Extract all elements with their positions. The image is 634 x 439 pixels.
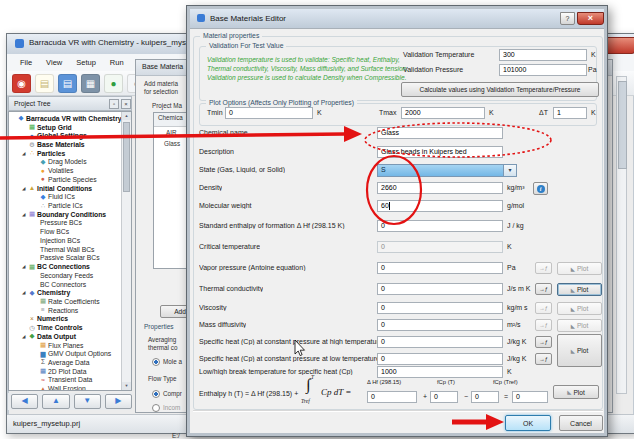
radio-compressible[interactable]: Compr (152, 390, 182, 398)
power-button[interactable]: ◉ (12, 74, 31, 93)
menu-run[interactable]: Run (103, 56, 131, 69)
tree-item-initial-conditions[interactable]: ◢▲Initial Conditions (9, 184, 122, 193)
tree-item-barracuda-root[interactable]: ◆Barracuda VR with Chemistry (9, 114, 122, 123)
nav-down-button[interactable]: ▼ (74, 394, 101, 409)
state-select[interactable]: S▾ (377, 164, 517, 177)
panel-close-button[interactable]: × (121, 99, 131, 109)
tree-item-chemistry[interactable]: ◢◆Chemistry (9, 288, 122, 297)
enthalpy-result-field[interactable]: 0 (512, 391, 548, 403)
tree-item-particle-ics[interactable]: ∴Particle ICs (9, 201, 122, 210)
barracuda-tool-button[interactable]: ● (104, 74, 123, 93)
new-file-button[interactable]: ▤ (35, 74, 54, 93)
numerics-icon: × (28, 315, 36, 323)
tree-item-label: Average Data (47, 359, 89, 366)
mass-diffusivity-input[interactable]: 0 (377, 319, 503, 331)
tree-item-thermal-wall-bcs[interactable]: Thermal Wall BCs (9, 245, 122, 254)
std-enthalpy-unit: J / kg (507, 222, 524, 229)
material-row-air[interactable]: AIR (166, 129, 177, 136)
tree-item-label: Global Settings (36, 132, 87, 139)
enthalpy-fcp-tref-field[interactable]: 0 (471, 391, 499, 403)
chemical-name-input[interactable]: Glass (377, 127, 503, 139)
menu-file[interactable]: File (13, 56, 39, 69)
barracuda-icon: ◆ (17, 114, 25, 122)
tree-item-reactions[interactable]: ≡Reactions (9, 306, 122, 315)
cp-break-input[interactable]: 1000 (377, 366, 503, 378)
panel-float-button[interactable]: ▫ (109, 99, 119, 109)
tree-item-particles[interactable]: ◢∴Particles (9, 149, 122, 158)
thermal-conductivity-function-editor-button[interactable]: →ƒ (535, 283, 552, 295)
tree-item-injection-bcs[interactable]: Injection BCs (9, 236, 122, 245)
material-row-glass[interactable]: Glass (164, 140, 180, 147)
tree-item-transient-data[interactable]: ≈Transient Data (9, 376, 122, 385)
cp-high-input[interactable]: 0 (377, 336, 503, 348)
tree-item-wall-erosion[interactable]: ▲Wall Erosion (9, 384, 122, 391)
cancel-button[interactable]: Cancel (559, 415, 603, 431)
tree-item-2d-plot-data[interactable]: ▦2D Plot Data (9, 367, 122, 376)
tree-item-boundary-conditions[interactable]: ◢▦Boundary Conditions (9, 210, 122, 219)
tree-item-pressure-bcs[interactable]: Pressure BCs (9, 219, 122, 228)
vapor-pressure-input[interactable]: 0 (377, 262, 503, 274)
cp-low-function-editor-button[interactable]: →ƒ (535, 353, 552, 365)
scroll-down-icon[interactable]: ▼ (122, 382, 131, 390)
tree-item-flow-bcs[interactable]: Flow BCs (9, 227, 122, 236)
menu-view[interactable]: View (39, 56, 69, 69)
description-input[interactable]: Glass beads in Kuipers bed (377, 146, 503, 158)
density-info-button[interactable]: i (533, 182, 548, 195)
enthalpy-fcp-t-field[interactable]: 0 (430, 391, 458, 403)
enthalpy-plot-button[interactable]: ◣Plot (553, 385, 599, 399)
nav-up-button[interactable]: ▲ (42, 394, 69, 409)
tree-scrollbar-thumb[interactable] (123, 122, 130, 192)
info-icon: i (537, 185, 545, 193)
radio-incompressible[interactable]: Incom (152, 404, 180, 412)
particle-ics-icon: ∴ (39, 202, 47, 210)
tree-item-fluid-ics[interactable]: ◆Fluid ICs (9, 192, 122, 201)
open-folder-button[interactable]: ▤ (58, 74, 77, 93)
tree-item-drag-models[interactable]: ◆Drag Models (9, 158, 122, 167)
cp-high-function-editor-button[interactable]: →ƒ (535, 336, 552, 348)
tree-item-label: Chemistry (36, 289, 70, 296)
tree-item-passive-scalar-bcs[interactable]: Passive Scalar BCs (9, 254, 122, 263)
tree-item-average-data[interactable]: ΣAverage Data (9, 358, 122, 367)
molecular-weight-input[interactable]: 60 (377, 200, 503, 212)
thermal-conductivity-input[interactable]: 0 (377, 283, 503, 295)
tree-item-flux-planes[interactable]: ▦Flux Planes (9, 341, 122, 350)
tree-item-setup-grid[interactable]: ▦Setup Grid (9, 123, 122, 132)
enthalpy-label: Enthalpy h (T) = Δ Hf (298.15) + (199, 390, 298, 397)
tree-item-global-settings[interactable]: ●Global Settings (9, 131, 122, 140)
cp-low-input[interactable]: 0 (377, 353, 503, 365)
tree-item-secondary-feeds[interactable]: Secondary Feeds (9, 271, 122, 280)
project-materials-label: Project Ma (152, 102, 182, 109)
thermal-conductivity-plot-button[interactable]: ◣Plot (557, 283, 602, 296)
enthalpy-hf-field[interactable]: 0 (367, 391, 417, 403)
content-scrollbar[interactable] (616, 76, 627, 394)
tree-item-data-output[interactable]: ◢◆Data Output (9, 332, 122, 341)
tree-item-bc-connections[interactable]: ◢▦BC Connections (9, 262, 122, 271)
chevron-down-icon[interactable]: ▾ (503, 165, 516, 176)
viscosity-input[interactable]: 0 (377, 302, 503, 314)
menu-setup[interactable]: Setup (69, 56, 103, 69)
tree-item-label: Initial Conditions (36, 185, 92, 192)
tree-item-numerics[interactable]: ×Numerics (9, 315, 122, 324)
scroll-up-icon[interactable]: ▲ (122, 112, 131, 120)
content-scrollbar-thumb[interactable] (618, 81, 627, 169)
tree-item-particle-species[interactable]: ●Particle Species (9, 175, 122, 184)
plot-icon: ◣ (571, 323, 575, 329)
tree-item-gmv-output-options[interactable]: ▆GMV Output Options (9, 349, 122, 358)
save-button[interactable]: ▦ (81, 74, 100, 93)
tree-item-rate-coefficients[interactable]: ▦Rate Coefficients (9, 297, 122, 306)
tree-item-volatiles[interactable]: ●Volatiles (9, 166, 122, 175)
density-input[interactable]: 2660 (377, 182, 503, 194)
specific-heat-plot-button[interactable]: ◣Plot (557, 334, 602, 367)
tree-item-bc-connectors[interactable]: BC Connectors (9, 280, 122, 289)
tree-scrollbar[interactable]: ▲ ▼ (121, 112, 131, 390)
radio-mole-averaged[interactable]: Mole a (152, 358, 182, 366)
nav-right-button[interactable]: ▶ (105, 394, 132, 409)
tree-item-label: Particles (36, 150, 65, 157)
tree-item-time-controls[interactable]: ◷Time Controls (9, 323, 122, 332)
nav-left-button[interactable]: ◀ (11, 394, 38, 409)
enthalpy-header-fcp-t: fCp (T) (437, 379, 455, 385)
std-enthalpy-input[interactable]: 0 (377, 220, 503, 232)
vapor-pressure-function-editor-button: →ƒ (535, 262, 552, 274)
ok-button[interactable]: OK (505, 415, 551, 431)
tree-item-base-materials[interactable]: ⚙Base Materials (9, 140, 122, 149)
